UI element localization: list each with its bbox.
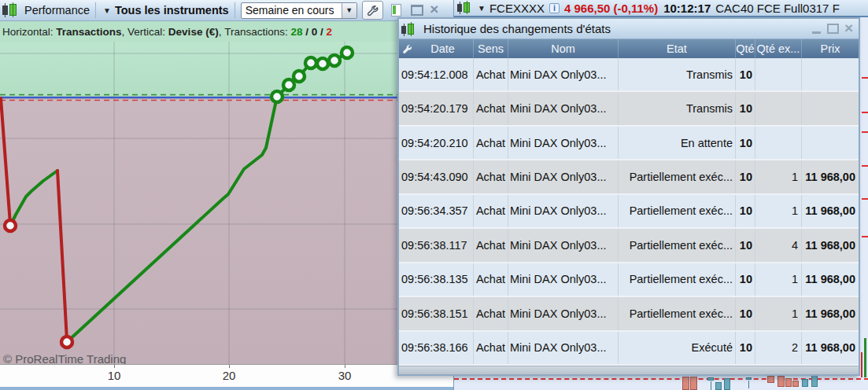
x-axis-tick: [345, 365, 345, 368]
cell-prix: [801, 92, 859, 124]
table-row[interactable]: 09:54:12.008AchatMini DAX Only03...Trans…: [399, 58, 859, 92]
cell-etat: Partiellement exéc...: [618, 229, 735, 261]
candle-up: [746, 377, 752, 380]
table-row[interactable]: 09:54:20.179AchatMini DAX Only03...Trans…: [399, 92, 859, 126]
cell-etat: Transmis: [618, 58, 735, 90]
cell-prix: 11 968,00: [801, 229, 859, 261]
table-row[interactable]: 09:56:38.135AchatMini DAX Only03...Parti…: [399, 263, 859, 297]
cell-etat: Partiellement exéc...: [618, 160, 735, 193]
table-row[interactable]: 09:56:38.166AchatMini DAX Only03...Exécu…: [399, 332, 859, 366]
cell-nom: Mini DAX Only03...: [508, 160, 618, 193]
candlestick-window-icon: [401, 23, 417, 35]
cell-etat: Partiellement exéc...: [618, 195, 735, 227]
candle-up: [802, 379, 808, 387]
table-settings-wrench-icon[interactable]: [402, 44, 412, 54]
table-header[interactable]: Date Sens Nom Etat Qté Qté ex... Prix: [399, 39, 859, 58]
instrument-selector[interactable]: Tous les instruments: [115, 4, 229, 17]
cell-sens: Achat: [473, 297, 508, 329]
cell-etat: Partiellement exéc...: [618, 263, 735, 296]
x-axis-tick-label: 20: [217, 369, 241, 382]
table-row[interactable]: 09:54:20.210AchatMini DAX Only03...En at…: [399, 127, 859, 160]
candle-down: [682, 377, 689, 390]
column-header-date[interactable]: Date: [399, 39, 473, 58]
cell-sens: Achat: [473, 263, 508, 296]
background-candle-sliver: [861, 352, 862, 377]
cell-date: 09:54:20.210: [399, 127, 473, 159]
close-button[interactable]: ×: [428, 5, 441, 16]
cell-prix: [801, 58, 859, 90]
cell-nom: Mini DAX Only03...: [508, 195, 618, 227]
period-select[interactable]: Semaine en cours ▼: [241, 2, 357, 19]
symbol-dropdown-arrow-icon[interactable]: ▼: [478, 4, 486, 13]
chart-settings-button[interactable]: [362, 1, 383, 20]
order-history-window: Historique des changements d'états × Dat…: [397, 17, 860, 376]
table-row[interactable]: 09:56:38.151AchatMini DAX Only03...Parti…: [399, 297, 859, 331]
price-scale-dash: [862, 77, 868, 79]
cell-etat: En attente: [618, 127, 735, 159]
column-header-qte-ex[interactable]: Qté ex...: [755, 39, 801, 58]
cell-nom: Mini DAX Only03...: [508, 127, 618, 159]
cell-sens: Achat: [473, 229, 508, 261]
cell-sens: Achat: [473, 58, 508, 90]
candle-up: [707, 377, 714, 381]
instrument-dropdown-arrow-icon[interactable]: ▼: [103, 6, 111, 15]
x-axis-tick: [114, 365, 115, 368]
candle-up: [811, 375, 818, 387]
cell-prix: 11 968,00: [801, 160, 859, 193]
column-header-qte[interactable]: Qté: [735, 39, 755, 58]
titlebar-separator: [235, 2, 235, 18]
table-row[interactable]: 09:54:43.090AchatMini DAX Only03...Parti…: [399, 160, 859, 194]
cell-qte: 10: [735, 263, 755, 296]
cell-nom: Mini DAX Only03...: [508, 92, 618, 124]
last-price: 4 966,50 (-0,11%): [564, 2, 658, 15]
candle-down: [690, 377, 697, 390]
period-select-arrow-icon[interactable]: ▼: [342, 3, 356, 18]
window-title: Historique des changements d'états: [423, 22, 807, 35]
cell-qte_ex: 1: [755, 195, 801, 227]
background-candle-sliver: [864, 338, 866, 377]
cell-sens: Achat: [473, 160, 508, 193]
period-select-value: Semaine en cours: [242, 4, 342, 17]
column-header-sens[interactable]: Sens: [473, 39, 508, 58]
background-titlebar[interactable]: ▼ FCEXXXX i 4 966,50 (-0,11%) 10:12:17 C…: [454, 0, 868, 17]
table-row[interactable]: 09:56:38.117AchatMini DAX Only03...Parti…: [399, 229, 859, 263]
price-scale-dash: [862, 165, 868, 167]
minimize-button[interactable]: [811, 24, 823, 34]
wrench-icon: [367, 5, 379, 17]
column-header-prix[interactable]: Prix: [801, 39, 859, 58]
cell-date: 09:54:43.090: [399, 160, 473, 193]
cell-date: 09:56:34.357: [399, 195, 473, 227]
maximize-button[interactable]: [827, 24, 839, 34]
cell-qte_ex: 1: [755, 297, 801, 329]
symbol-label: FCEXXXX: [489, 2, 545, 15]
table-row[interactable]: 09:56:34.357AchatMini DAX Only03...Parti…: [399, 195, 859, 229]
info-icon[interactable]: i: [549, 3, 560, 13]
cell-date: 09:54:20.179: [399, 92, 473, 124]
price-scale-dash: [862, 236, 868, 237]
cell-sens: Achat: [473, 195, 508, 227]
cell-qte: 10: [735, 332, 755, 364]
cell-date: 09:56:38.166: [399, 332, 473, 364]
history-titlebar[interactable]: Historique des changements d'états ×: [399, 19, 859, 39]
maximize-button[interactable]: [411, 5, 423, 16]
price-scale-dash: [862, 198, 868, 200]
column-header-nom[interactable]: Nom: [508, 39, 618, 58]
cell-prix: [801, 127, 859, 159]
performance-titlebar[interactable]: Performance ▼ Tous les instruments Semai…: [0, 0, 453, 21]
cell-qte_ex: [755, 92, 801, 124]
cell-nom: Mini DAX Only03...: [508, 297, 618, 329]
cell-prix: 11 968,00: [801, 297, 859, 329]
column-header-etat[interactable]: Etat: [618, 39, 735, 58]
equity-curve-chart[interactable]: [0, 21, 453, 364]
candle-down: [778, 376, 785, 387]
cell-date: 09:56:38.135: [399, 263, 473, 296]
cell-nom: Mini DAX Only03...: [508, 332, 618, 364]
close-button[interactable]: ×: [843, 24, 855, 34]
cell-qte: 10: [735, 297, 755, 329]
cell-prix: 11 968,00: [801, 195, 859, 227]
cell-nom: Mini DAX Only03...: [508, 229, 618, 261]
detach-window-icon[interactable]: [391, 4, 401, 17]
candle-up: [724, 378, 730, 390]
cell-prix: 11 968,00: [801, 332, 859, 364]
window-footer: [399, 366, 859, 374]
